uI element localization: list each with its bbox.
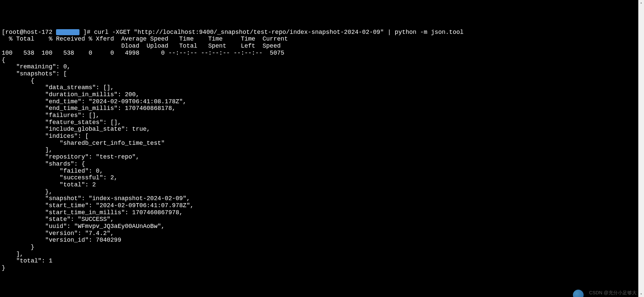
curl-progress: 100 538 100 538 0 0 4998 0 --:--:-- --:-… bbox=[2, 50, 284, 56]
redacted-host bbox=[56, 29, 79, 35]
scroll-up-arrow-icon[interactable]: ▴ bbox=[638, 0, 644, 6]
scroll-down-arrow-icon[interactable]: ▾ bbox=[638, 291, 644, 297]
vertical-scrollbar[interactable]: ▴ ▾ bbox=[638, 0, 644, 297]
csdn-watermark-text: CSDN @充分小足够大 bbox=[589, 290, 637, 295]
curl-header-1: % Total % Received % Xferd Average Speed… bbox=[2, 36, 288, 42]
command-text: curl -XGET "http://localhost:9400/_snaps… bbox=[94, 29, 464, 36]
prompt-line: [root@host-172 ]# curl -XGET "http://loc… bbox=[2, 29, 464, 36]
prompt-closing: ]# bbox=[83, 29, 91, 36]
csdn-watermark-icon bbox=[573, 290, 584, 297]
json-output: { "remaining": 0, "snapshots": [ { "data… bbox=[2, 57, 642, 272]
curl-header-2: Dload Upload Total Spent Left Speed bbox=[2, 43, 281, 49]
prompt-user: [root@host-172 bbox=[2, 29, 52, 36]
terminal-output[interactable]: [root@host-172 ]# curl -XGET "http://loc… bbox=[2, 29, 642, 272]
